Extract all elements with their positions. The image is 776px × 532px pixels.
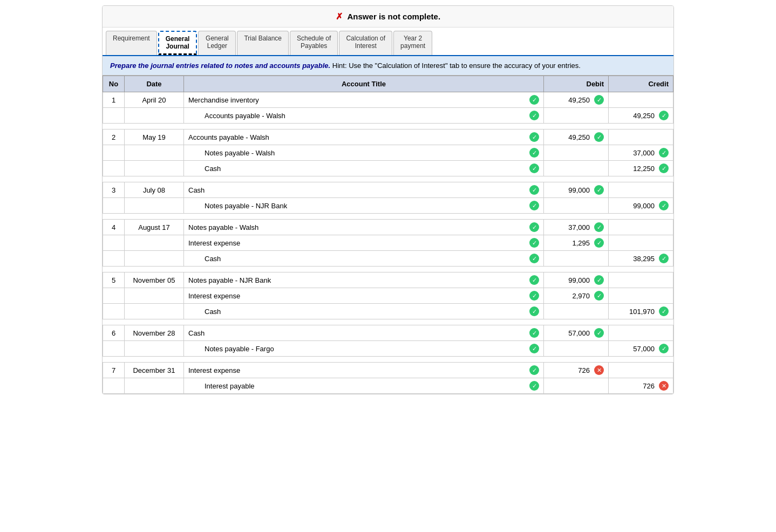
debit-status-icon: ✓ xyxy=(594,275,604,285)
table-row: Cash✓101,970✓ xyxy=(103,304,673,319)
credit-value: 726 xyxy=(643,382,655,390)
instruction-bold: Prepare the journal entries related to n… xyxy=(110,62,330,70)
tab-trial-balance[interactable]: Trial Balance xyxy=(237,31,289,55)
cell-no: 4 xyxy=(103,220,125,235)
cell-debit: 726✕ xyxy=(544,363,609,378)
cell-account: Interest expense✓ xyxy=(184,235,544,251)
table-row: Interest expense✓2,970✓ xyxy=(103,288,673,304)
account-text: Notes payable - Walsh xyxy=(188,223,258,231)
cell-account: Interest expense✓ xyxy=(184,288,544,304)
table-row: 6November 28Cash✓57,000✓ xyxy=(103,325,673,341)
cell-no: 7 xyxy=(103,363,125,378)
cell-debit xyxy=(544,341,609,357)
cell-account: Interest expense✓ xyxy=(184,363,544,378)
table-row: Notes payable - Fargo✓57,000✓ xyxy=(103,341,673,357)
table-row: 3July 08Cash✓99,000✓ xyxy=(103,182,673,198)
table-row: Cash✓38,295✓ xyxy=(103,251,673,267)
cell-no xyxy=(103,378,125,394)
cell-account: Cash✓ xyxy=(184,251,544,267)
account-text: Cash xyxy=(188,186,205,194)
cell-no: 2 xyxy=(103,129,125,145)
account-text: Interest expense xyxy=(188,292,240,300)
debit-status-icon: ✓ xyxy=(594,291,604,301)
cell-credit xyxy=(609,129,673,145)
account-status-icon: ✓ xyxy=(529,306,539,316)
table-row: Notes payable - NJR Bank✓99,000✓ xyxy=(103,198,673,214)
cell-credit xyxy=(609,363,673,378)
cell-account: Notes payable - Walsh✓ xyxy=(184,220,544,235)
debit-value: 37,000 xyxy=(568,223,590,231)
cell-debit: 57,000✓ xyxy=(544,325,609,341)
cell-account: Accounts payable - Walsh✓ xyxy=(184,108,544,124)
tab-schedule-payables[interactable]: Schedule ofPayables xyxy=(290,31,338,55)
cell-date: November 05 xyxy=(125,272,184,288)
tab-general-journal[interactable]: GeneralJournal xyxy=(158,31,198,55)
cell-account: Notes payable - Fargo✓ xyxy=(184,341,544,357)
account-status-icon: ✓ xyxy=(529,132,539,142)
cell-credit: 38,295✓ xyxy=(609,251,673,267)
table-row: Interest expense✓1,295✓ xyxy=(103,235,673,251)
account-status-icon: ✓ xyxy=(529,111,539,120)
table-row: 5November 05Notes payable - NJR Bank✓99,… xyxy=(103,272,673,288)
cell-no xyxy=(103,235,125,251)
cell-account: Cash✓ xyxy=(184,161,544,176)
debit-status-icon: ✓ xyxy=(594,95,604,105)
credit-value: 99,000 xyxy=(633,202,655,210)
cell-credit: 37,000✓ xyxy=(609,145,673,161)
cell-no xyxy=(103,108,125,124)
cell-no xyxy=(103,145,125,161)
credit-value: 12,250 xyxy=(633,165,655,173)
cell-credit: 726✕ xyxy=(609,378,673,394)
cell-credit: 101,970✓ xyxy=(609,304,673,319)
debit-value: 726 xyxy=(578,366,590,374)
account-text: Interest payable xyxy=(188,382,255,390)
debit-status-icon: ✕ xyxy=(594,365,604,375)
instruction-bar: Prepare the journal entries related to n… xyxy=(103,56,673,76)
cell-no xyxy=(103,341,125,357)
account-status-icon: ✓ xyxy=(529,381,539,391)
table-row: 2May 19Accounts payable - Walsh✓49,250✓ xyxy=(103,129,673,145)
spacer-row xyxy=(103,176,673,182)
journal-table: No Date Account Title Debit Credit 1Apri… xyxy=(103,76,673,394)
cell-no xyxy=(103,198,125,214)
table-row: Interest payable✓726✕ xyxy=(103,378,673,394)
account-status-icon: ✓ xyxy=(529,254,539,263)
account-status-icon: ✓ xyxy=(529,148,539,158)
account-text: Accounts payable - Walsh xyxy=(188,133,269,141)
tab-calc-interest[interactable]: Calculation ofInterest xyxy=(339,31,392,55)
credit-value: 38,295 xyxy=(633,255,655,263)
cell-date xyxy=(125,235,184,251)
debit-value: 99,000 xyxy=(568,276,590,284)
tab-general-ledger[interactable]: GeneralLedger xyxy=(198,31,236,55)
cell-debit: 99,000✓ xyxy=(544,272,609,288)
credit-status-icon: ✕ xyxy=(659,381,669,391)
credit-value: 37,000 xyxy=(633,149,655,157)
cell-debit: 99,000✓ xyxy=(544,182,609,198)
cell-debit: 49,250✓ xyxy=(544,129,609,145)
credit-status-icon: ✓ xyxy=(659,163,669,173)
cell-date xyxy=(125,378,184,394)
tab-year2-payment[interactable]: Year 2payment xyxy=(393,31,432,55)
cell-credit xyxy=(609,92,673,108)
cell-no: 1 xyxy=(103,92,125,108)
account-status-icon: ✓ xyxy=(529,163,539,173)
tab-requirement[interactable]: Requirement xyxy=(106,31,157,55)
cell-credit xyxy=(609,220,673,235)
cell-date xyxy=(125,341,184,357)
debit-status-icon: ✓ xyxy=(594,222,604,232)
header-no: No xyxy=(103,76,125,92)
cell-no xyxy=(103,251,125,267)
cell-account: Accounts payable - Walsh✓ xyxy=(184,129,544,145)
account-text: Cash xyxy=(188,255,221,263)
cell-credit xyxy=(609,288,673,304)
cell-account: Notes payable - NJR Bank✓ xyxy=(184,198,544,214)
spacer-row xyxy=(103,357,673,363)
debit-value: 1,295 xyxy=(572,239,590,247)
cell-date xyxy=(125,198,184,214)
credit-status-icon: ✓ xyxy=(659,201,669,210)
cell-credit xyxy=(609,235,673,251)
account-text: Interest expense xyxy=(188,239,240,247)
cell-account: Cash✓ xyxy=(184,304,544,319)
header-credit: Credit xyxy=(609,76,673,92)
cell-date xyxy=(125,161,184,176)
